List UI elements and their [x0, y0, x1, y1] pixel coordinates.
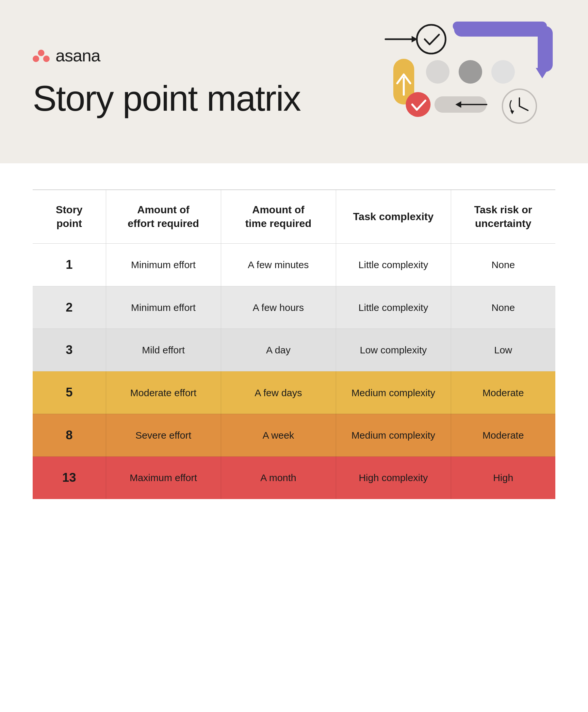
svg-point-12	[459, 60, 482, 84]
cell-risk: None	[451, 286, 555, 328]
cell-time: A day	[221, 328, 336, 371]
col-header-story: Story point	[33, 190, 106, 244]
col-header-risk: Task risk oruncertainty	[451, 190, 555, 244]
story-point-matrix-table: Story point Amount ofeffort required Amo…	[33, 190, 555, 499]
svg-point-14	[406, 92, 430, 117]
svg-marker-21	[510, 110, 514, 114]
cell-story-point: 1	[33, 244, 106, 286]
cell-complexity: High complexity	[336, 457, 451, 499]
cell-complexity: Little complexity	[336, 244, 451, 286]
cell-effort: Mild effort	[106, 328, 221, 371]
cell-complexity: Low complexity	[336, 328, 451, 371]
cell-story-point: 2	[33, 286, 106, 328]
illustration	[359, 20, 555, 144]
svg-point-2	[43, 56, 50, 62]
svg-point-5	[417, 25, 446, 53]
cell-time: A few minutes	[221, 244, 336, 286]
cell-effort: Minimum effort	[106, 286, 221, 328]
cell-risk: High	[451, 457, 555, 499]
cell-story-point: 5	[33, 371, 106, 414]
cell-risk: Low	[451, 328, 555, 371]
svg-rect-7	[454, 22, 546, 37]
logo: asana	[33, 46, 300, 65]
cell-story-point: 8	[33, 414, 106, 456]
logo-text: asana	[56, 46, 100, 65]
cell-complexity: Medium complexity	[336, 371, 451, 414]
cell-story-point: 3	[33, 328, 106, 371]
cell-story-point: 13	[33, 457, 106, 499]
cell-risk: Moderate	[451, 414, 555, 456]
svg-point-13	[491, 60, 515, 84]
svg-rect-8	[538, 26, 553, 72]
cell-effort: Minimum effort	[106, 244, 221, 286]
header-left: asana Story point matrix	[33, 46, 300, 118]
table-row: 3 Mild effort A day Low complexity Low	[33, 328, 555, 371]
cell-complexity: Medium complexity	[336, 414, 451, 456]
table-row: 8 Severe effort A week Medium complexity…	[33, 414, 555, 456]
col-header-effort: Amount ofeffort required	[106, 190, 221, 244]
page-title: Story point matrix	[33, 79, 300, 118]
col-header-complexity: Task complexity	[336, 190, 451, 244]
svg-line-20	[519, 106, 528, 110]
cell-effort: Severe effort	[106, 414, 221, 456]
table-row: 5 Moderate effort A few days Medium comp…	[33, 371, 555, 414]
cell-effort: Maximum effort	[106, 457, 221, 499]
col-header-time: Amount oftime required	[221, 190, 336, 244]
cell-complexity: Little complexity	[336, 286, 451, 328]
table-row: 1 Minimum effort A few minutes Little co…	[33, 244, 555, 286]
cell-effort: Moderate effort	[106, 371, 221, 414]
cell-risk: Moderate	[451, 371, 555, 414]
table-row: 13 Maximum effort A month High complexit…	[33, 457, 555, 499]
table-row: 2 Minimum effort A few hours Little comp…	[33, 286, 555, 328]
header-section: asana Story point matrix	[0, 0, 588, 163]
table-header-row: Story point Amount ofeffort required Amo…	[33, 190, 555, 244]
svg-point-1	[33, 56, 39, 62]
cell-risk: None	[451, 244, 555, 286]
cell-time: A few hours	[221, 286, 336, 328]
asana-logo-icon	[33, 49, 50, 62]
svg-point-0	[38, 50, 44, 56]
cell-time: A week	[221, 414, 336, 456]
main-content: Story point Amount ofeffort required Amo…	[0, 163, 588, 712]
cell-time: A month	[221, 457, 336, 499]
cell-time: A few days	[221, 371, 336, 414]
svg-point-11	[426, 60, 449, 84]
